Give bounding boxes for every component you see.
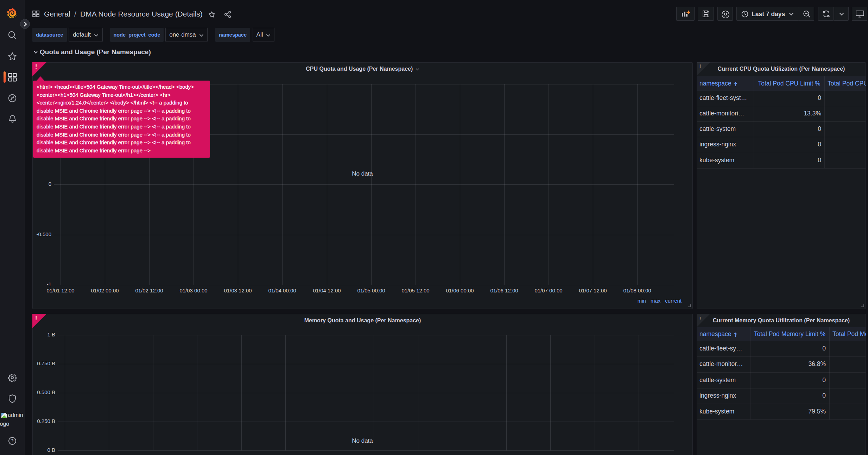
svg-text:?: ?	[11, 438, 14, 443]
